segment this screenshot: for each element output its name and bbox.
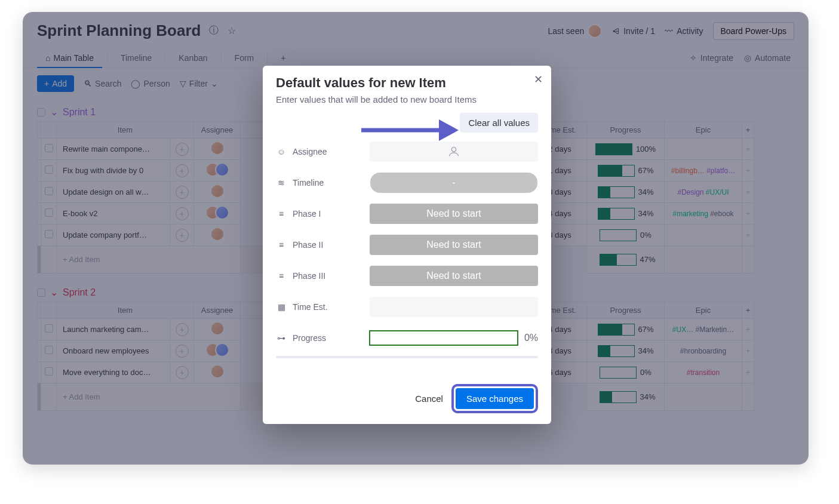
field-time-est-label: Time Est. [293,302,328,312]
number-icon: ▦ [276,302,287,312]
field-progress-label: Progress [293,333,326,343]
modal-footer: Cancel Save changes [263,376,551,424]
status-icon: ≡ [276,209,287,219]
status-icon: ≡ [276,271,287,281]
phase3-value[interactable]: Need to start [370,266,538,286]
field-progress: ⊶ Progress 0% [276,322,538,354]
phase2-value[interactable]: Need to start [370,235,538,255]
field-phase1-label: Phase I [293,209,321,219]
modal-subtitle: Enter values that will be added to new b… [276,94,538,105]
phase1-value[interactable]: Need to start [370,204,538,224]
modal-title: Default values for new Item [276,75,538,91]
svg-marker-2 [439,119,459,141]
time-est-value[interactable] [370,297,538,317]
field-assignee-label: Assignee [293,147,327,156]
field-phase3-label: Phase III [293,271,325,281]
timeline-icon: ≋ [276,178,287,188]
field-phase3: ≡ Phase III Need to start [276,260,538,291]
progress-percent: 0% [524,333,538,343]
annotation-arrow [358,113,460,147]
field-timeline: ≋ Timeline - [276,167,538,198]
field-phase1: ≡ Phase I Need to start [276,198,538,229]
person-outline-icon [447,145,460,158]
field-time-est: ▦ Time Est. [276,291,538,322]
cancel-button[interactable]: Cancel [415,394,443,404]
svg-point-0 [451,147,456,152]
clear-all-values-button[interactable]: Clear all values [460,113,538,133]
close-icon[interactable]: ✕ [534,73,543,86]
progress-value-wrap: 0% [369,328,538,348]
save-changes-button[interactable]: Save changes [456,388,534,409]
status-icon: ≡ [276,240,287,250]
timeline-value[interactable]: - [370,173,537,193]
progress-input[interactable] [369,330,518,346]
field-phase2-label: Phase II [293,240,323,250]
save-highlight: Save changes [451,384,538,413]
people-icon: ☺ [276,147,287,156]
link-icon: ⊶ [276,333,287,343]
field-phase2: ≡ Phase II Need to start [276,229,538,260]
scrollbar[interactable] [276,356,538,358]
field-timeline-label: Timeline [293,178,324,188]
